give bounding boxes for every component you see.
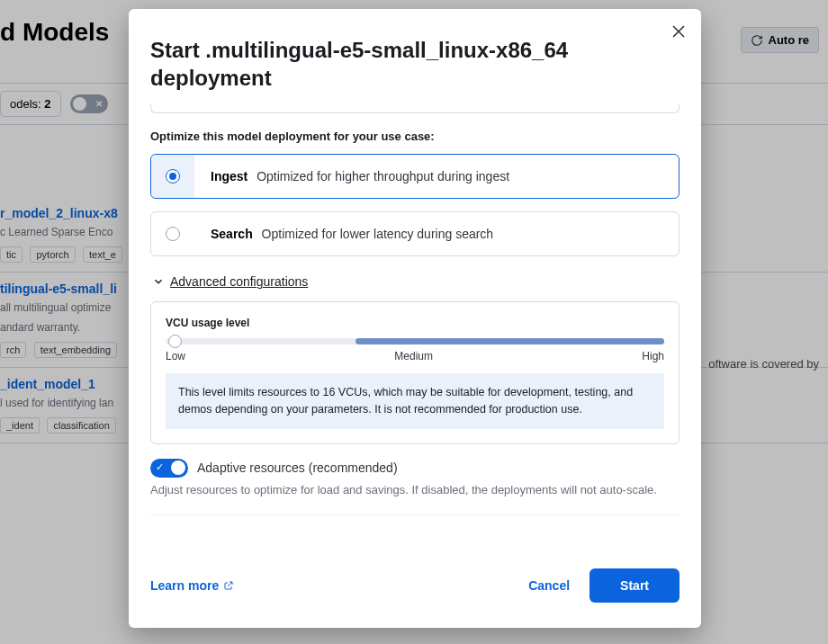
radio-text: Ingest Optimized for higher throughput d… — [211, 169, 509, 183]
close-button[interactable] — [672, 25, 685, 41]
radio-title: Search — [211, 227, 253, 241]
adaptive-switch[interactable]: ✓ — [150, 459, 188, 478]
modal-title: Start .multilingual-e5-small_linux-x86_6… — [150, 36, 680, 92]
optimize-label: Optimize this model deployment for your … — [150, 130, 680, 143]
advanced-panel: VCU usage level Low Medium High This lev… — [150, 301, 680, 444]
modal-footer: Learn more Cancel Start — [129, 568, 701, 628]
slider-thumb[interactable] — [168, 335, 182, 348]
radio-desc: Optimized for lower latency during searc… — [262, 227, 494, 241]
slider-ticks: Low Medium High — [166, 350, 664, 362]
external-link-icon — [223, 580, 234, 591]
footer-actions: Cancel Start — [525, 568, 680, 603]
vcu-slider[interactable] — [166, 338, 664, 344]
radio-desc: Optimized for higher throughput during i… — [256, 169, 509, 183]
check-icon: ✓ — [156, 461, 164, 473]
radio-card-search[interactable]: Search Optimized for lower latency durin… — [150, 211, 680, 256]
slider-fill — [356, 338, 664, 344]
adaptive-label: Adaptive resources (recommended) — [197, 461, 398, 475]
adaptive-desc: Adjust resources to optimize for load an… — [150, 483, 680, 496]
start-button[interactable]: Start — [590, 568, 680, 603]
tick-high: High — [642, 350, 664, 362]
close-icon — [672, 25, 685, 38]
tick-low: Low — [166, 350, 185, 362]
learn-more-link[interactable]: Learn more — [150, 578, 234, 593]
radio-selected-icon — [166, 169, 180, 183]
truncated-input-box — [150, 104, 680, 113]
radio-card-ingest[interactable]: Ingest Optimized for higher throughput d… — [150, 154, 680, 199]
deployment-modal: Start .multilingual-e5-small_linux-x86_6… — [129, 9, 701, 628]
tick-medium: Medium — [394, 350, 433, 362]
radio-unselected-icon — [166, 227, 180, 241]
vcu-note: This level limits resources to 16 VCUs, … — [166, 373, 664, 429]
adaptive-switch-row: ✓ Adaptive resources (recommended) — [150, 459, 680, 478]
radio-gutter — [151, 155, 194, 198]
radio-title: Ingest — [211, 169, 248, 183]
advanced-config-toggle[interactable]: Advanced configurations — [152, 274, 308, 289]
modal-body: Optimize this model deployment for your … — [129, 104, 701, 568]
cancel-button[interactable]: Cancel — [525, 571, 573, 600]
divider — [150, 514, 680, 515]
modal-header: Start .multilingual-e5-small_linux-x86_6… — [129, 9, 701, 104]
radio-gutter — [151, 212, 194, 255]
chevron-down-icon — [152, 275, 165, 288]
radio-text: Search Optimized for lower latency durin… — [211, 227, 493, 241]
vcu-label: VCU usage level — [166, 317, 664, 329]
